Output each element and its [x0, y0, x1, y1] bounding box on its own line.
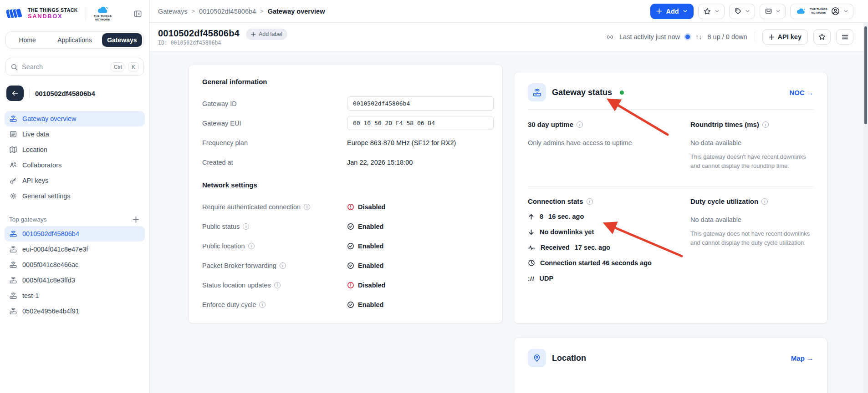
breadcrumb-current: Gateway overview — [268, 8, 325, 15]
alert-circle-icon — [347, 282, 354, 289]
back-button[interactable] — [6, 86, 24, 101]
sidebar-collapse-button[interactable] — [133, 9, 143, 19]
gateway-list-label: eui-0004f041c8e47e3f — [22, 246, 88, 253]
created-at-value: Jan 22, 2026 15:18:00 — [347, 159, 489, 166]
tab-home[interactable]: Home — [7, 33, 47, 47]
api-key-button-label: API key — [778, 33, 802, 40]
sidebar-item-general-settings[interactable]: General settings — [5, 188, 145, 204]
add-gateway-button[interactable] — [132, 215, 140, 224]
star-icon — [703, 7, 711, 15]
status-grid-bottom: Connection statsi 8 16 sec. ago No downl… — [528, 186, 813, 291]
broadcast-icon — [606, 33, 614, 41]
info-icon[interactable]: i — [274, 282, 281, 288]
account-menu[interactable]: THE THINGS NETWORK — [790, 4, 853, 19]
status-text: Enabled — [358, 262, 383, 269]
add-button-label: Add — [666, 8, 679, 15]
collaborators-icon — [9, 161, 17, 169]
map-pin-icon — [532, 353, 541, 363]
status-grid-top: 30 day uptimei Only admins have access t… — [528, 110, 813, 175]
gateway-list-label: 0005f041c8e3ffd3 — [22, 277, 75, 284]
tab-gateways[interactable]: Gateways — [102, 33, 142, 47]
duty-cycle-empty: No data available — [690, 216, 813, 223]
page-header: 0010502df45806b4 ID: 0010502df45806b4 Ad… — [150, 23, 868, 51]
collapse-panel-icon — [133, 10, 142, 18]
alert-circle-icon — [347, 203, 354, 211]
gateway-list-item[interactable]: 0005f041c8e466ac — [5, 257, 145, 272]
sidebar-item-api-keys[interactable]: API keys — [5, 173, 145, 188]
info-icon[interactable]: i — [248, 243, 255, 249]
breadcrumb: Gateways > 0010502df45806b4 > Gateway ov… — [158, 8, 325, 15]
favorite-button[interactable] — [813, 29, 831, 45]
duty-cycle-block: Duty cycle utilizationi No data availabl… — [690, 186, 813, 291]
search-bar[interactable]: Ctrl K — [5, 58, 144, 76]
noc-link[interactable]: NOC → — [790, 89, 814, 96]
add-label-button[interactable]: Add label — [246, 29, 287, 40]
gateway-eui-field[interactable] — [347, 116, 494, 130]
info-icon[interactable]: i — [577, 121, 583, 128]
scrollbar-track[interactable] — [863, 23, 868, 393]
sidebar-item-live-data[interactable]: Live data — [5, 126, 145, 142]
tag-icon — [734, 7, 742, 15]
add-button[interactable]: Add — [650, 4, 693, 19]
entity-header: 0010502df45806b4 — [5, 86, 144, 101]
gateway-list-item[interactable]: eui-0004f041c8e47e3f — [5, 242, 145, 257]
setting-status: Disabled — [347, 282, 489, 289]
setting-row: Public locationi Enabled — [202, 239, 489, 253]
network-settings-rows: Require authenticated connectioni Disabl… — [202, 200, 489, 312]
status-text: Enabled — [358, 301, 383, 308]
tags-dropdown[interactable] — [729, 4, 755, 19]
entity-id-line: ID: 0010502df45806b4 — [158, 40, 240, 46]
info-icon[interactable]: i — [304, 204, 310, 210]
setting-label: Packet Broker forwarding — [202, 262, 276, 269]
frequency-plan-value: Europe 863-870 MHz (SF12 for RX2) — [347, 139, 489, 146]
sidebar-item-label: Gateway overview — [22, 115, 76, 122]
info-icon[interactable]: i — [761, 198, 768, 205]
sidebar-item-collaborators[interactable]: Collaborators — [5, 157, 145, 173]
brand-subtitle: SANDBOX — [28, 13, 78, 20]
received-time: 17 sec. ago — [575, 244, 610, 251]
check-circle-icon — [347, 223, 354, 230]
map-link[interactable]: Map → — [791, 354, 813, 362]
gateway-list-item[interactable]: 0010502df45806b4 — [5, 226, 145, 242]
tab-applications[interactable]: Applications — [47, 33, 102, 47]
plus-icon — [133, 216, 139, 223]
scrollbar-thumb[interactable] — [864, 26, 867, 124]
breadcrumb-gateway-id[interactable]: 0010502df45806b4 — [199, 8, 256, 15]
search-input[interactable] — [22, 63, 107, 71]
gateway-status-header: Gateway status NOC → — [528, 83, 813, 101]
frequency-plan-label: Frequency plan — [202, 139, 347, 146]
things-network-logo: THE THINGS NETWORK — [94, 6, 112, 21]
created-at-label: Created at — [202, 159, 347, 166]
breadcrumb-separator: > — [260, 8, 264, 15]
info-icon[interactable]: i — [587, 198, 593, 205]
gateway-id-row: Gateway ID — [202, 96, 489, 111]
gateway-icon — [9, 307, 17, 315]
kbd-k: K — [128, 62, 139, 71]
sidebar-item-location[interactable]: Location — [5, 142, 145, 157]
location-header: Location Map → — [528, 349, 813, 367]
gateway-id-field[interactable] — [347, 96, 494, 111]
brand-title: THE THINGS STACK — [28, 8, 78, 13]
breadcrumb-gateways[interactable]: Gateways — [158, 8, 187, 15]
roundtrip-block: Roundtrip times (ms)i No data available … — [690, 110, 813, 175]
location-card: Location Map → — [514, 338, 827, 393]
traffic-arrows-icon: ↑↓ — [695, 33, 702, 40]
uptime-block: 30 day uptimei Only admins have access t… — [528, 110, 690, 175]
info-icon[interactable]: i — [762, 121, 769, 128]
info-icon[interactable]: i — [280, 262, 286, 269]
uplink-count: 8 — [540, 213, 543, 220]
more-menu-button[interactable] — [836, 29, 853, 45]
starred-dropdown[interactable] — [698, 4, 725, 19]
inbox-dropdown[interactable] — [760, 4, 786, 19]
setting-status: Enabled — [347, 301, 489, 308]
gateway-icon — [9, 115, 17, 123]
gateway-list-label: 0502e4956e4b4f91 — [22, 307, 79, 315]
gateway-list-item[interactable]: 0005f041c8e3ffd3 — [5, 272, 145, 288]
primary-nav-tabs: Home Applications Gateways — [5, 31, 144, 49]
info-icon[interactable]: i — [259, 302, 266, 308]
gateway-list-item[interactable]: 0502e4956e4b4f91 — [5, 303, 145, 319]
api-key-button[interactable]: API key — [762, 29, 808, 45]
sidebar-item-gateway-overview[interactable]: Gateway overview — [5, 111, 145, 126]
gateway-list-item[interactable]: test-1 — [5, 288, 145, 303]
info-icon[interactable]: i — [243, 223, 249, 230]
